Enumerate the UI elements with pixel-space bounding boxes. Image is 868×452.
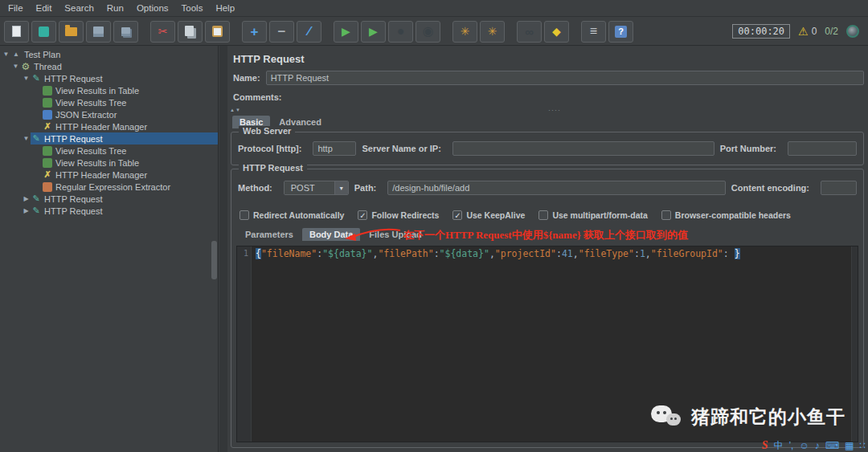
tab-parameters[interactable]: Parameters (238, 228, 301, 241)
menu-options[interactable]: Options (130, 2, 175, 14)
expander-icon[interactable] (22, 208, 31, 214)
cut-button[interactable]: ✂ (150, 21, 175, 43)
listener-tree-icon (43, 98, 52, 108)
divider-arrows-icon[interactable] (230, 108, 241, 112)
tree-item-http-header-manager-2[interactable]: HTTP Header Manager (0, 169, 218, 181)
checkbox-use-keepalive[interactable]: Use KeepAlive (452, 210, 525, 220)
expander-icon[interactable] (22, 196, 31, 202)
help-button[interactable]: ? (608, 21, 633, 43)
new-file-button[interactable] (4, 21, 29, 43)
collapse-all-button[interactable]: − (269, 21, 294, 43)
tree-item-http-request-2-selected[interactable]: HTTP Request (0, 132, 218, 145)
editor-scrollbar[interactable] (851, 246, 858, 442)
toolbar: ✂ + − ∕ ▶ ▶ ● ◉ ✳ ✳ ∞ ◆ ≡ ? 00:00:20 ⚠ 0… (0, 18, 868, 46)
checkbox-label: Redirect Automatically (253, 210, 344, 220)
code-token: { (256, 248, 261, 259)
copy-button[interactable] (178, 21, 203, 43)
emoji-icon[interactable]: ☺ (799, 441, 809, 450)
open-templates-button[interactable] (31, 21, 56, 43)
content-encoding-input[interactable] (821, 181, 857, 195)
checkbox-use-multipart[interactable]: Use multipart/form-data (538, 210, 647, 220)
voice-icon[interactable]: ♪ (815, 441, 820, 450)
chinese-mode-icon[interactable]: 中 (773, 441, 783, 450)
function-helper-button[interactable]: ◆ (544, 21, 569, 43)
save-button[interactable] (86, 21, 111, 43)
menu-tools[interactable]: Tools (175, 2, 210, 14)
punctuation-icon[interactable]: ’, (788, 441, 793, 450)
http-request-icon (31, 194, 41, 204)
protocol-input[interactable] (313, 141, 356, 156)
tree-item-view-results-in-table-2[interactable]: View Results in Table (0, 157, 218, 169)
server-name-label: Server Name or IP: (362, 144, 440, 153)
tree-splitter[interactable] (219, 46, 227, 452)
menu-edit[interactable]: Edit (30, 2, 59, 14)
expander-icon[interactable] (22, 75, 31, 82)
list-icon: ≡ (590, 25, 597, 38)
keyboard-icon[interactable]: ⌨ (825, 441, 839, 450)
comments-input[interactable] (288, 92, 864, 103)
checkbox-follow-redirects[interactable]: Follow Redirects (358, 210, 439, 220)
tree-item-regular-expression-extractor[interactable]: Regular Expression Extractor (0, 181, 218, 193)
chevron-down-icon[interactable]: ▼ (334, 181, 348, 194)
expander-icon[interactable] (22, 136, 31, 142)
clear-button[interactable]: ✳ (452, 21, 477, 43)
clear-icon: ✳ (461, 26, 470, 37)
shutdown-button[interactable]: ◉ (416, 21, 440, 43)
comments-label: Comments: (233, 92, 282, 102)
server-name-input[interactable] (452, 141, 714, 156)
wechat-icon (651, 405, 683, 430)
tree-item-thread[interactable]: Thread (0, 60, 218, 72)
open-file-button[interactable] (59, 21, 84, 43)
cut-icon: ✂ (158, 26, 168, 37)
tree-item-json-extractor[interactable]: JSON Extractor (0, 108, 218, 120)
path-label: Path: (354, 183, 377, 193)
clear-all-button[interactable]: ✳ (480, 21, 505, 43)
save-as-button[interactable] (113, 21, 138, 43)
tree-item-view-results-in-table[interactable]: View Results in Table (0, 84, 218, 96)
tree-item-http-header-manager-1[interactable]: HTTP Header Manager (0, 120, 218, 132)
code-token: , (645, 248, 651, 259)
tree-item-view-results-tree[interactable]: View Results Tree (0, 96, 218, 108)
function-helper-icon: ◆ (552, 26, 561, 37)
checkbox-label: Use KeepAlive (466, 210, 525, 220)
tree-item-http-request-1[interactable]: HTTP Request (0, 72, 218, 84)
start-no-timers-button[interactable]: ▶ (361, 21, 386, 43)
jmeter-window: File Edit Search Run Options Tools Help … (0, 0, 868, 452)
stop-button[interactable]: ● (388, 21, 413, 43)
expander-icon[interactable] (2, 51, 10, 58)
tree-item-view-results-tree-2[interactable]: View Results Tree (0, 145, 218, 157)
handwriting-icon[interactable]: ▦ (845, 441, 854, 450)
comments-row: Comments: (233, 92, 864, 103)
checkbox-redirect-automatically[interactable]: Redirect Automatically (240, 210, 344, 220)
path-input[interactable] (387, 181, 726, 195)
name-input[interactable] (266, 71, 864, 85)
toolbar-status-cluster: 00:00:20 ⚠ 0 0/2 (732, 24, 864, 39)
pane-divider[interactable] (227, 107, 868, 113)
tree-item-http-request-3[interactable]: HTTP Request (0, 193, 218, 205)
expand-all-button[interactable]: + (242, 21, 267, 43)
paste-button[interactable] (205, 21, 230, 43)
port-number-label: Port Number: (720, 144, 776, 153)
toggle-view-button[interactable]: ≡ (581, 21, 606, 43)
menu-file[interactable]: File (2, 2, 30, 14)
menu-run[interactable]: Run (100, 2, 130, 14)
annotation-arrow-icon (342, 227, 402, 243)
method-select[interactable]: POST ▼ (284, 181, 349, 195)
more-icon[interactable]: ∷ (859, 441, 866, 450)
http-request-panel: HTTP Request Name: Comments: Basic Advan… (227, 46, 868, 452)
toggle-button[interactable]: ∕ (297, 21, 321, 43)
expander-icon[interactable] (11, 63, 20, 70)
tree-item-test-plan[interactable]: Test Plan (0, 48, 218, 60)
log-errors-indicator[interactable]: ⚠ 0 (798, 25, 817, 38)
checkbox-label: Follow Redirects (371, 210, 439, 220)
menu-help[interactable]: Help (209, 2, 241, 14)
tree-scrollbar-thumb[interactable] (211, 241, 217, 279)
menu-search[interactable]: Search (58, 2, 100, 14)
port-number-input[interactable] (788, 141, 857, 156)
tree-item-http-request-4[interactable]: HTTP Request (0, 205, 218, 217)
search-button[interactable]: ∞ (517, 21, 542, 43)
code-token: "filePath" (378, 248, 433, 259)
start-button[interactable]: ▶ (334, 21, 358, 43)
checkbox-browser-compatible-headers[interactable]: Browser-compatible headers (661, 210, 791, 220)
sogou-logo-icon[interactable]: S (762, 440, 768, 451)
